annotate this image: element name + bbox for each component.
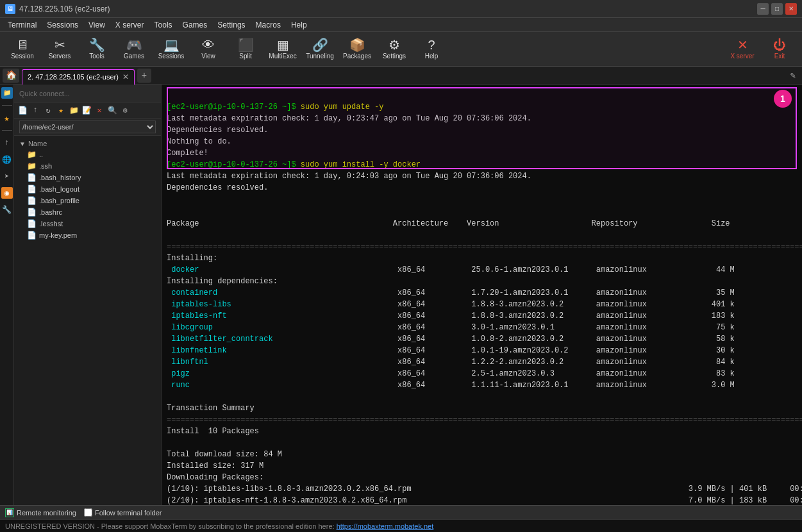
maximize-button[interactable]: □ [771, 3, 783, 15]
separator-2: ========================================… [167, 414, 797, 426]
toolbar-sessions[interactable]: 💻 Sessions [154, 35, 188, 64]
sessions-icon: 💻 [163, 38, 180, 51]
help-icon: ? [428, 38, 435, 51]
tree-item-ssh[interactable]: 📁 .ssh [14, 160, 161, 172]
search-btn[interactable]: 🔍 [106, 104, 118, 116]
refresh-btn[interactable]: ↻ [42, 104, 54, 116]
unreg-link[interactable]: https://mobaxterm.mobatek.net [337, 522, 434, 530]
menu-tools[interactable]: Tools [149, 19, 178, 31]
toolbar-multiexec[interactable]: ▦ MultiExec [265, 35, 300, 64]
menu-help[interactable]: Help [286, 19, 312, 31]
indicator-star[interactable]: ★ [1, 112, 13, 124]
terminal-area[interactable]: [ec2-user@ip-10-0-137-26 ~]$ sudo yum up… [162, 85, 802, 505]
tree-item-bash-history[interactable]: 📄 .bash_history [14, 172, 161, 183]
delete-btn[interactable]: ✕ [94, 104, 105, 116]
menu-view[interactable]: View [83, 19, 110, 31]
libcgroup-pkg: libcgroup x86_64 3.0-1.amzn2023.0.1 amaz… [167, 322, 797, 333]
toolbar-right: ✕ X server ⏻ Exit [725, 35, 797, 64]
file-btn[interactable]: 📝 [81, 104, 92, 116]
runc-pkg: runc x86_64 1.1.11-1.amzn2023.0.1 amazon… [167, 379, 797, 391]
toolbar-tunneling[interactable]: 🔗 Tunneling [303, 35, 337, 64]
sessions-label: Sessions [158, 53, 185, 60]
unreg-text: UNREGISTERED VERSION - Please support Mo… [5, 522, 335, 530]
pigz-pkg: pigz x86_64 2.5-1.amzn2023.0.3 amazonlin… [167, 368, 797, 379]
indicator-orange[interactable]: ◉ [1, 187, 13, 199]
toolbar-games[interactable]: 🎮 Games [117, 35, 151, 64]
follow-terminal-folder[interactable]: Follow terminal folder [84, 508, 162, 517]
toolbar: 🖥 Session ✂ Servers 🔧 Tools 🎮 Games 💻 Se… [0, 32, 802, 67]
toolbar-view[interactable]: 👁 View [191, 35, 226, 64]
remote-monitoring[interactable]: 📊 Remote monitoring [5, 508, 76, 517]
transaction-summary: Transaction Summary [167, 403, 797, 414]
tree-item-dotdot[interactable]: 📁 .. [14, 149, 161, 160]
quick-connect[interactable] [14, 85, 161, 103]
session-icon: 🖥 [16, 38, 29, 51]
indicator-network[interactable]: 🌐 [1, 154, 13, 165]
path-select[interactable]: /home/ec2-user/ [19, 121, 156, 133]
file-tree-header[interactable]: ▼ Name [14, 138, 161, 149]
menu-xserver[interactable]: X server [110, 19, 149, 31]
iptables-nft-pkg: iptables-nft x86_64 1.8.8-3.amzn2023.0.2… [167, 310, 797, 322]
tree-item-bashrc[interactable]: 📄 .bashrc [14, 206, 161, 218]
folder-btn[interactable]: 📁 [68, 104, 79, 116]
file-icon: 📄 [27, 231, 37, 240]
indicator-remote[interactable]: ➤ [1, 170, 13, 182]
tab-bar: 🏠 2. 47.128.225.105 (ec2-user) ✕ + ✎ [0, 67, 802, 85]
home-tab[interactable]: 🏠 [3, 69, 19, 83]
help-label: Help [425, 53, 439, 60]
toolbar-servers[interactable]: ✂ Servers [42, 35, 77, 64]
menu-bar: Terminal Sessions View X server Tools Ga… [0, 18, 802, 32]
settings2-btn[interactable]: ⚙ [119, 104, 131, 116]
tree-item-label: .. [39, 151, 43, 158]
tools-label: Tools [89, 53, 104, 60]
close-button[interactable]: ✕ [785, 3, 797, 15]
libnfnetlink-pkg: libnfnetlink x86_64 1.0.1-19.amzn2023.0.… [167, 345, 797, 356]
tab-edit-icon: ✎ [787, 70, 799, 81]
menu-terminal[interactable]: Terminal [3, 19, 42, 31]
new-tab-button[interactable]: + [137, 69, 151, 83]
toolbar-tools[interactable]: 🔧 Tools [79, 35, 114, 64]
quick-connect-input[interactable] [19, 90, 156, 97]
star-btn[interactable]: ★ [55, 104, 67, 116]
toolbar-settings[interactable]: ⚙ Settings [377, 35, 412, 64]
indicator-folder[interactable]: 📁 [1, 87, 13, 99]
main-area: 📁 ★ ↑ 🌐 ➤ ◉ 🔧 📄 ↑ ↻ ★ 📁 📝 ✕ 🔍 ⚙ /home/ec… [0, 85, 802, 505]
tree-item-lesshst[interactable]: 📄 .lesshst [14, 218, 161, 229]
menu-settings[interactable]: Settings [212, 19, 250, 31]
table-headers: Package Architecture Version Repository … [167, 206, 797, 241]
menu-games[interactable]: Games [178, 19, 213, 31]
toolbar-packages[interactable]: 📦 Packages [340, 35, 374, 64]
tree-item-mykey[interactable]: 📄 my-key.pem [14, 229, 161, 241]
installing-deps-label: Installing dependencies: [167, 276, 797, 287]
multiexec-icon: ▦ [277, 38, 289, 51]
tree-item-bash-profile[interactable]: 📄 .bash_profile [14, 195, 161, 206]
toolbar-split[interactable]: ⬛ Split [228, 35, 263, 64]
toolbar-session[interactable]: 🖥 Session [5, 35, 40, 64]
toolbar-exit[interactable]: ⏻ Exit [762, 35, 797, 64]
toolbar-xserver[interactable]: ✕ X server [725, 35, 760, 64]
menu-sessions[interactable]: Sessions [42, 19, 83, 31]
tab-close-button[interactable]: ✕ [122, 72, 129, 81]
tree-item-bash-logout[interactable]: 📄 .bash_logout [14, 183, 161, 195]
menu-macros[interactable]: Macros [251, 19, 286, 31]
file-icon: 📄 [27, 208, 37, 217]
remote-monitoring-icon: 📊 [5, 508, 14, 517]
minimize-button[interactable]: ─ [757, 3, 769, 15]
new-session-btn[interactable]: 📄 [17, 104, 28, 116]
indicator-arrow[interactable]: ↑ [1, 137, 13, 149]
split-icon: ⬛ [238, 38, 254, 51]
remote-monitoring-label: Remote monitoring [17, 509, 76, 517]
dl-1: (1/10): iptables-libs-1.8.8-3.amzn2023.0… [167, 483, 797, 495]
tab-ec2-user[interactable]: 2. 47.128.225.105 (ec2-user) ✕ [22, 69, 135, 85]
window-controls: ─ □ ✕ [757, 3, 797, 15]
follow-terminal-checkbox[interactable] [84, 508, 92, 517]
indicator-tools2[interactable]: 🔧 [1, 204, 13, 215]
xserver-icon: ✕ [737, 38, 748, 51]
up-btn[interactable]: ↑ [29, 104, 41, 116]
servers-icon: ✂ [54, 38, 65, 51]
toolbar-help[interactable]: ? Help [414, 35, 449, 64]
file-icon: 📄 [27, 219, 37, 228]
file-icon: 📄 [27, 196, 37, 205]
bottom-bar: 📊 Remote monitoring Follow terminal fold… [0, 505, 802, 519]
downloading-label: Downloading Packages: [167, 472, 797, 483]
